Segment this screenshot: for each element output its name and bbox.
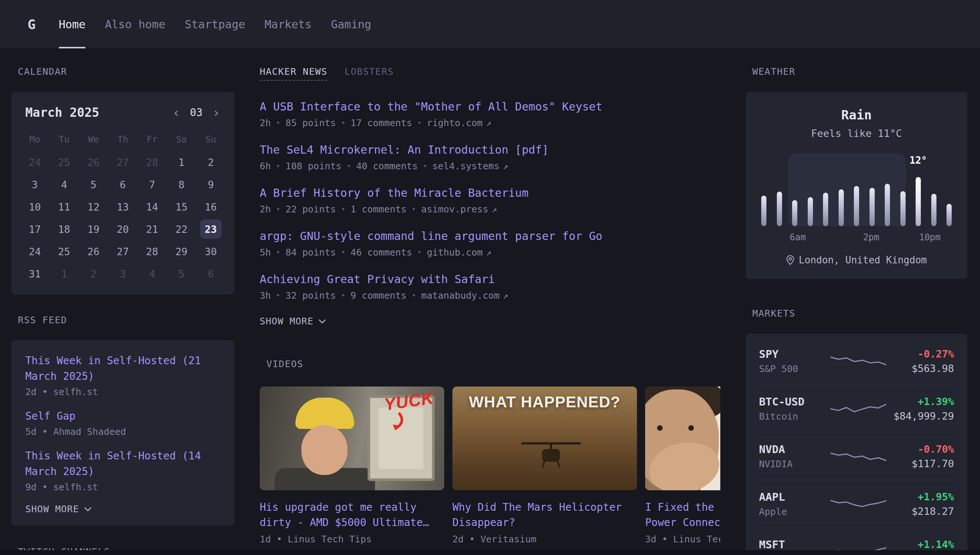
calendar-day[interactable]: 6 xyxy=(196,263,226,285)
calendar-day[interactable]: 25 xyxy=(50,240,79,263)
news-source-link[interactable]: matanabudy.com xyxy=(421,290,500,301)
calendar-day[interactable]: 20 xyxy=(108,218,138,240)
nav-tab-markets[interactable]: Markets xyxy=(255,0,321,48)
video-thumbnail[interactable]: WHAT HAPPENED? xyxy=(452,387,637,490)
calendar-day[interactable]: 1 xyxy=(50,263,79,285)
calendar-day[interactable]: 6 xyxy=(108,173,138,196)
calendar-day[interactable]: 12 xyxy=(79,196,108,218)
calendar-day[interactable]: 10 xyxy=(20,196,50,218)
helicopter-shape xyxy=(521,438,581,468)
market-values: +1.39%$84,999.29 xyxy=(886,396,954,422)
calendar-day[interactable]: 18 xyxy=(50,218,79,240)
news-item-title[interactable]: A USB Interface to the "Mother of All De… xyxy=(260,100,720,113)
calendar-day[interactable]: 25 xyxy=(50,151,79,173)
bullet-separator: • xyxy=(417,248,422,257)
market-row[interactable]: NVDANVIDIA-0.70%$117.70 xyxy=(759,432,954,480)
calendar-day[interactable]: 11 xyxy=(50,196,79,218)
calendar-day[interactable]: 19 xyxy=(79,218,108,240)
rss-item-title[interactable]: Self Gap xyxy=(25,409,220,424)
calendar-day[interactable]: 13 xyxy=(108,196,138,218)
news-show-more-button[interactable]: SHOW MORE xyxy=(260,316,720,327)
calendar-day[interactable]: 3 xyxy=(108,263,138,285)
news-source-link[interactable]: asimov.press xyxy=(421,204,489,215)
video-thumbnail[interactable]: DO T T xyxy=(645,387,720,490)
news-item-title[interactable]: Achieving Great Privacy with Safari xyxy=(260,273,720,286)
calendar-day[interactable]: 17 xyxy=(20,218,50,240)
calendar-prev-icon[interactable]: ‹ xyxy=(172,106,180,119)
calendar-day[interactable]: 29 xyxy=(167,240,196,263)
rss-item-title[interactable]: This Week in Self-Hosted (21 March 2025) xyxy=(25,353,220,384)
calendar-day[interactable]: 31 xyxy=(20,263,50,285)
calendar-day[interactable]: 4 xyxy=(137,263,167,285)
weather-hour-bar xyxy=(808,170,813,226)
tab-hacker-news[interactable]: HACKER NEWS xyxy=(260,66,327,81)
video-title[interactable]: His upgrade got me really dirty - AMD $5… xyxy=(260,500,444,530)
news-item-title[interactable]: A Brief History of the Miracle Bacterium xyxy=(260,186,720,199)
news-item-title[interactable]: argp: GNU-style command line argument pa… xyxy=(260,229,720,242)
weather-hour-bar xyxy=(946,170,952,226)
calendar-day[interactable]: 1 xyxy=(167,151,196,173)
calendar-day[interactable]: 3 xyxy=(20,173,50,196)
news-item-meta: 6h•108 points•40 comments•sel4.systems↗ xyxy=(260,161,720,172)
rss-show-more-button[interactable]: SHOW MORE xyxy=(25,504,220,515)
calendar-day[interactable]: 28 xyxy=(137,151,167,173)
nav-tab-gaming[interactable]: Gaming xyxy=(321,0,381,48)
video-title[interactable]: Why Did The Mars Helicopter Disappear? xyxy=(452,500,637,530)
calendar-next-icon[interactable]: › xyxy=(212,106,220,119)
nav-tab-startpage[interactable]: Startpage xyxy=(175,0,255,48)
weekday-label: Mo xyxy=(20,131,50,148)
market-row[interactable]: AAPLApple+1.95%$218.27 xyxy=(759,480,954,528)
nav-tab-home[interactable]: Home xyxy=(49,0,95,48)
calendar-day[interactable]: 21 xyxy=(137,218,167,240)
calendar-day[interactable]: 26 xyxy=(79,151,108,173)
tab-lobsters[interactable]: LOBSTERS xyxy=(345,66,394,80)
calendar-day[interactable]: 30 xyxy=(196,240,226,263)
calendar-day[interactable]: 5 xyxy=(79,173,108,196)
calendar-day[interactable]: 7 xyxy=(137,173,167,196)
news-source-link[interactable]: righto.com xyxy=(427,117,483,128)
calendar-widget: March 2025 ‹ 03 › MoTuWeThFrSaSu 2425262… xyxy=(11,92,234,295)
calendar-day-selected[interactable]: 23 xyxy=(200,220,222,239)
weather-hour-bar xyxy=(885,170,890,226)
calendar-day[interactable]: 14 xyxy=(137,196,167,218)
calendar-day[interactable]: 22 xyxy=(167,218,196,240)
news-item: A Brief History of the Miracle Bacterium… xyxy=(260,186,720,215)
calendar-day[interactable]: 27 xyxy=(108,151,138,173)
calendar-header: March 2025 ‹ 03 › xyxy=(20,105,226,120)
calendar-day[interactable]: 27 xyxy=(108,240,138,263)
calendar-day[interactable]: 28 xyxy=(137,240,167,263)
news-item-title[interactable]: The SeL4 Microkernel: An Introduction [p… xyxy=(260,143,720,156)
market-symbol: AAPL xyxy=(759,491,831,503)
bullet-separator: • xyxy=(276,291,281,300)
calendar-day[interactable]: 2 xyxy=(196,151,226,173)
video-title[interactable]: I Fixed the 5 Power Connect xyxy=(645,500,720,530)
calendar-day[interactable]: 26 xyxy=(79,240,108,263)
nav-tab-also-home[interactable]: Also home xyxy=(95,0,175,48)
calendar-day[interactable]: 8 xyxy=(167,173,196,196)
market-row[interactable]: SPYS&P 500-0.27%$563.98 xyxy=(759,337,954,385)
news-time: 3h xyxy=(260,290,271,301)
weekday-label: We xyxy=(79,131,108,148)
video-thumbnail[interactable]: YUCK xyxy=(260,387,444,490)
rss-item-meta: 5d • Ahmad Shadeed xyxy=(25,426,220,437)
calendar-day[interactable]: 16 xyxy=(196,196,226,218)
sparkline-chart xyxy=(831,494,886,515)
calendar-day[interactable]: 5 xyxy=(167,263,196,285)
rss-item-title[interactable]: This Week in Self-Hosted (14 March 2025) xyxy=(25,448,220,480)
calendar-day[interactable]: 24 xyxy=(20,151,50,173)
video-meta: 2d • Veritasium xyxy=(452,534,637,545)
app-logo[interactable]: G xyxy=(27,0,36,48)
market-name: NVIDIA xyxy=(759,459,831,470)
calendar-day[interactable]: 4 xyxy=(50,173,79,196)
weather-hour-labels: 6am2pm10pm xyxy=(761,232,952,245)
weather-hour-bar xyxy=(839,170,844,226)
video-meta: 1d • Linus Tech Tips xyxy=(260,534,444,545)
calendar-day[interactable]: 9 xyxy=(196,173,226,196)
calendar-day[interactable]: 24 xyxy=(20,240,50,263)
calendar-day[interactable]: 2 xyxy=(79,263,108,285)
market-identity: AAPLApple xyxy=(759,491,831,517)
news-source-link[interactable]: sel4.systems xyxy=(432,161,500,172)
market-row[interactable]: BTC-USDBitcoin+1.39%$84,999.29 xyxy=(759,385,954,432)
calendar-day[interactable]: 15 xyxy=(167,196,196,218)
news-source-link[interactable]: github.com xyxy=(427,247,483,258)
